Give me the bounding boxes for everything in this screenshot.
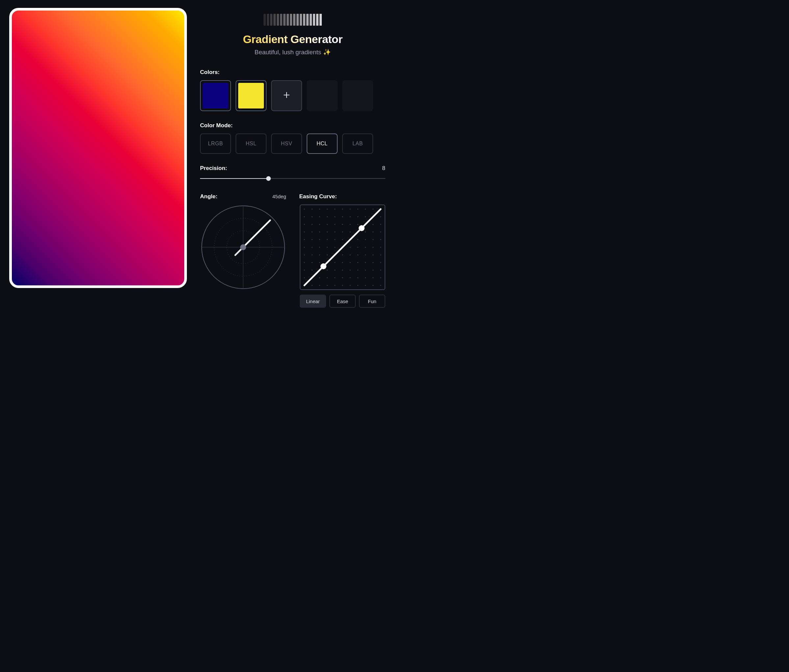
color-swatch-inner	[238, 83, 264, 108]
color-mode-option-lab[interactable]: LAB	[342, 134, 373, 154]
easing-presets: LinearEaseFun	[300, 295, 385, 308]
svg-point-60	[334, 269, 335, 271]
svg-point-117	[372, 285, 374, 286]
svg-point-62	[334, 285, 335, 286]
easing-section: Easing Curve: LinearEaseFun	[299, 193, 386, 308]
svg-point-75	[350, 217, 351, 217]
slider-fill	[200, 178, 268, 179]
controls-panel: Gradient Generator Beautiful, lush gradi…	[200, 8, 385, 328]
svg-line-5	[243, 220, 270, 247]
svg-point-7	[240, 244, 246, 250]
color-mode-option-hsl[interactable]: HSL	[236, 134, 267, 154]
color-swatch-inner	[203, 83, 228, 108]
svg-point-121	[380, 231, 381, 232]
color-mode-option-hsv[interactable]: HSV	[271, 134, 302, 154]
svg-point-101	[365, 247, 366, 248]
svg-point-96	[365, 209, 366, 210]
svg-point-128	[380, 285, 381, 286]
svg-point-126	[380, 269, 381, 271]
svg-point-87	[357, 224, 358, 225]
svg-point-54	[334, 224, 335, 225]
svg-point-76	[350, 224, 351, 225]
color-mode-option-lrgb[interactable]: LRGB	[200, 134, 231, 154]
svg-point-112	[372, 247, 374, 248]
svg-point-47	[327, 255, 328, 255]
color-mode-option-hcl[interactable]: HCL	[307, 134, 338, 154]
svg-point-125	[380, 262, 381, 263]
colors-label: Colors:	[200, 69, 385, 76]
page-subtitle: Beautiful, lush gradients ✨	[254, 48, 331, 56]
svg-point-15	[304, 262, 305, 263]
angle-dial[interactable]	[200, 204, 286, 290]
angle-value: 45deg	[272, 194, 286, 199]
color-swatch-1[interactable]	[236, 80, 267, 111]
svg-point-12	[304, 239, 305, 240]
precision-slider[interactable]	[200, 176, 385, 181]
color-swatch-empty	[307, 80, 338, 111]
easing-curve-editor[interactable]	[300, 204, 385, 290]
colors-section: Colors:	[200, 69, 385, 122]
svg-point-99	[365, 231, 366, 232]
svg-point-104	[365, 269, 366, 271]
svg-point-55	[334, 231, 335, 232]
svg-point-31	[319, 217, 320, 217]
easing-label: Easing Curve:	[299, 193, 337, 200]
app-root: Gradient Generator Beautiful, lush gradi…	[0, 0, 394, 336]
colors-row	[200, 80, 385, 111]
svg-point-20	[311, 217, 313, 217]
svg-point-83	[350, 277, 351, 278]
svg-point-81	[350, 262, 351, 263]
svg-point-39	[319, 277, 320, 278]
add-color-button[interactable]	[271, 80, 302, 111]
svg-point-79	[350, 247, 351, 248]
svg-point-124	[380, 255, 381, 255]
svg-point-50	[327, 277, 328, 278]
svg-point-115	[372, 269, 374, 271]
svg-point-109	[372, 224, 374, 225]
precision-value: 8	[382, 165, 385, 172]
svg-point-116	[372, 277, 374, 278]
svg-point-113	[372, 255, 374, 255]
color-mode-section: Color Mode: LRGBHSLHSVHCLLAB	[200, 122, 385, 165]
svg-point-56	[334, 239, 335, 240]
svg-point-22	[311, 231, 313, 232]
preview-panel	[9, 8, 187, 328]
svg-point-17	[304, 277, 305, 278]
svg-point-74	[350, 209, 351, 210]
svg-point-110	[372, 231, 374, 232]
svg-point-43	[327, 224, 328, 225]
svg-point-89	[357, 239, 358, 240]
svg-point-90	[357, 247, 358, 248]
page-title: Gradient Generator	[243, 33, 342, 46]
gradient-stripe-logo-icon	[264, 14, 322, 25]
easing-preset-linear[interactable]: Linear	[300, 295, 326, 308]
svg-point-73	[342, 285, 343, 286]
svg-point-26	[311, 262, 313, 263]
color-swatch-0[interactable]	[200, 80, 231, 111]
svg-point-85	[357, 209, 358, 210]
easing-preset-fun[interactable]: Fun	[359, 295, 385, 308]
svg-point-45	[327, 239, 328, 240]
svg-point-114	[372, 262, 374, 263]
svg-point-30	[319, 209, 320, 210]
svg-point-59	[334, 262, 335, 263]
svg-point-122	[380, 239, 381, 240]
gradient-preview	[9, 8, 187, 288]
svg-point-40	[319, 285, 320, 286]
svg-point-100	[365, 239, 366, 240]
svg-point-44	[327, 231, 328, 232]
svg-point-66	[342, 231, 343, 232]
svg-point-16	[304, 269, 305, 271]
precision-section: Precision: 8	[200, 165, 385, 181]
svg-point-130	[321, 263, 326, 269]
svg-point-27	[311, 269, 313, 271]
slider-thumb[interactable]	[266, 176, 271, 181]
easing-preset-ease[interactable]: Ease	[329, 295, 356, 308]
precision-label: Precision:	[200, 165, 227, 172]
svg-point-102	[365, 255, 366, 255]
svg-point-103	[365, 262, 366, 263]
svg-point-72	[342, 277, 343, 278]
svg-point-82	[350, 269, 351, 271]
svg-point-93	[357, 269, 358, 271]
svg-point-21	[311, 224, 313, 225]
